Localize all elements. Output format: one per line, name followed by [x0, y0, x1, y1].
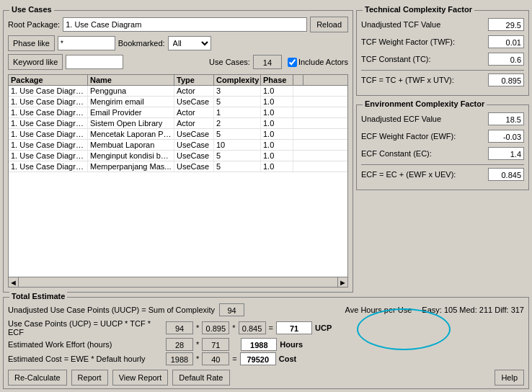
default-rate-button[interactable]: Default Rate: [172, 370, 229, 386]
total-estimate-title: Total Estimate: [9, 292, 67, 300]
estimate-result: 1988: [241, 338, 277, 351]
table-cell: 2: [214, 118, 261, 128]
help-button[interactable]: Help: [495, 370, 524, 386]
estimate-val1: 1988: [166, 352, 193, 365]
estimate-label: Estimated Work Effort (hours): [8, 340, 163, 349]
table-row[interactable]: 1. Use Case DiagramMengirim emailUseCase…: [9, 97, 347, 107]
table-cell: 1: [214, 107, 261, 117]
ecf-ec-label: ECF Constant (EC):: [361, 149, 432, 158]
phase-button[interactable]: Phase like: [8, 35, 55, 51]
estimate-row: Estimated Cost = EWE * Default hourly198…: [8, 352, 524, 365]
keyword-input[interactable]: [66, 55, 123, 69]
multiply-sign2: *: [232, 324, 235, 332]
table-row[interactable]: 1. Use Case DiagramMembuat LaporanUseCas…: [9, 140, 347, 151]
table-cell: Menginput kondisi bu...: [88, 151, 174, 161]
table-cell: Pengguna: [88, 86, 174, 96]
ecf-unadjusted-value: 18.5: [488, 112, 524, 125]
equals-sign: =: [232, 355, 236, 363]
tcf-tc-value: 0.6: [488, 53, 524, 66]
use-cases-title: Use Cases: [9, 5, 54, 14]
report-button[interactable]: Report: [71, 370, 108, 386]
ecf-formula-value: 0.845: [488, 168, 524, 181]
table-cell: Memperpanjang Mas...: [88, 161, 174, 172]
multiply-sign: *: [196, 340, 199, 349]
tcf-twf-value: 0.01: [488, 35, 524, 48]
table-cell: Actor: [174, 86, 214, 96]
estimate-val2: 0.895: [202, 321, 229, 334]
estimate-label: Use Case Points (UCP) = UUCP * TCF * ECF: [8, 319, 163, 337]
recalculate-button[interactable]: Re-Calculate: [8, 370, 67, 386]
phase-input[interactable]: [58, 36, 115, 50]
multiply-sign: *: [196, 355, 199, 363]
scroll-left-arrow[interactable]: ◄: [9, 277, 19, 288]
include-actors-checkbox[interactable]: [288, 58, 297, 67]
table-cell: UseCase: [174, 151, 214, 161]
tcf-tc-label: TCF Constant (TC):: [361, 55, 431, 63]
col-type: Type: [174, 75, 214, 85]
table-cell: 1.0: [261, 161, 293, 172]
table-row[interactable]: 1. Use Case DiagramPenggunaActor31.0: [9, 86, 347, 97]
col-complexity: Complexity: [214, 75, 261, 85]
tcf-title: Technical Complexity Factor: [363, 5, 474, 14]
table-cell: Actor: [174, 118, 214, 128]
easy-med-diff: Easy: 105 Med: 211 Diff: 317: [422, 306, 524, 314]
bookmarked-select[interactable]: All: [168, 36, 211, 50]
tcf-twf-label: TCF Weight Factor (TWF):: [361, 37, 455, 46]
table-row[interactable]: 1. Use Case DiagramMemperpanjang Mas...U…: [9, 161, 347, 172]
estimate-unit: Hours: [280, 340, 305, 349]
table-cell: Mencetak Laporan Pe...: [88, 129, 174, 139]
ecf-formula-label: ECF = EC + (EWF x UEV):: [361, 170, 456, 179]
table-cell: 1.0: [261, 107, 293, 117]
col-package: Package: [9, 75, 88, 85]
equals-sign: =: [269, 324, 273, 332]
table-cell: 1. Use Case Diagram: [9, 140, 88, 150]
tcf-formula-label: TCF = TC + (TWF x UTV):: [361, 76, 454, 84]
table-cell: 5: [214, 161, 261, 172]
multiply-sign: *: [196, 324, 199, 332]
ecf-unadjusted-label: Unadjusted ECF Value: [361, 115, 441, 123]
table-row[interactable]: 1. Use Case DiagramMencetak Laporan Pe..…: [9, 129, 347, 140]
table-cell: 1. Use Case Diagram: [9, 129, 88, 139]
estimate-result: 79520: [240, 352, 276, 365]
reload-button[interactable]: Reload: [310, 17, 348, 32]
keyword-button[interactable]: Keyword like: [8, 54, 63, 70]
root-package-label: Root Package:: [8, 20, 60, 29]
table-row[interactable]: 1. Use Case DiagramSistem Open LibraryAc…: [9, 118, 347, 129]
table-cell: 1.0: [261, 151, 293, 161]
estimate-val2: 40: [202, 352, 229, 365]
table-cell: 1. Use Case Diagram: [9, 107, 88, 117]
table-cell: 1.0: [261, 140, 293, 150]
estimate-row: Use Case Points (UCP) = UUCP * TCF * ECF…: [8, 319, 524, 337]
table-cell: UseCase: [174, 97, 214, 107]
table-cell: Mengirim email: [88, 97, 174, 107]
tcf-formula-value: 0.895: [488, 74, 524, 86]
include-actors-label: Include Actors: [298, 58, 348, 66]
table-cell: Actor: [174, 107, 214, 117]
col-scroll: [293, 75, 303, 85]
avg-hours-label: Ave Hours per Use: [345, 306, 412, 314]
scroll-right-arrow[interactable]: ►: [337, 277, 347, 288]
table-cell: 1.0: [261, 129, 293, 139]
ecf-ewf-value: -0.03: [488, 130, 524, 143]
table-cell: UseCase: [174, 140, 214, 150]
view-report-button[interactable]: View Report: [112, 370, 169, 386]
table-row[interactable]: 1. Use Case DiagramEmail ProviderActor11…: [9, 107, 347, 118]
estimate-val1: 94: [166, 321, 193, 334]
tcf-unadjusted-label: Unadjusted TCF Value: [361, 20, 440, 29]
col-phase: Phase: [261, 75, 293, 85]
table-cell: Membuat Laporan: [88, 140, 174, 150]
estimate-val1: 28: [166, 338, 193, 351]
col-name: Name: [88, 75, 174, 85]
table-cell: UseCase: [174, 161, 214, 172]
table-cell: 1.0: [261, 118, 293, 128]
estimate-label: Estimated Cost = EWE * Default hourly: [8, 355, 163, 363]
table-cell: 1. Use Case Diagram: [9, 86, 88, 96]
table-row[interactable]: 1. Use Case DiagramMenginput kondisi bu.…: [9, 151, 347, 161]
table-cell: UseCase: [174, 129, 214, 139]
use-cases-label: Use Cases:: [209, 58, 250, 66]
table-cell: 5: [214, 151, 261, 161]
uucp-value: 94: [219, 303, 244, 316]
root-package-input[interactable]: [63, 17, 307, 32]
table-cell: 1. Use Case Diagram: [9, 118, 88, 128]
estimate-unit: Cost: [279, 355, 304, 363]
